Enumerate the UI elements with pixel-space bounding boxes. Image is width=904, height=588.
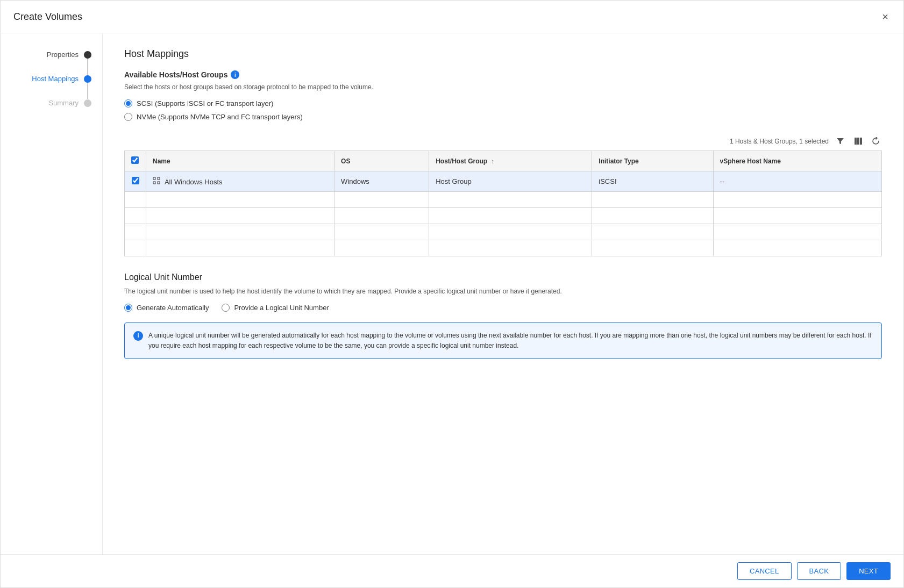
lun-manual-option[interactable]: Provide a Logical Unit Number xyxy=(222,304,329,312)
stepper: Properties Host Mappings Summary xyxy=(32,51,91,107)
table-header-row: Name OS Host/Host Group ↑ Initiator Type xyxy=(125,151,882,171)
table-row[interactable]: All Windows Hosts Windows Host Group iSC… xyxy=(125,171,882,192)
row-checkbox[interactable] xyxy=(132,177,139,184)
table-empty-row-3 xyxy=(125,224,882,240)
lun-auto-label: Generate Automatically xyxy=(137,304,209,312)
nvme-radio[interactable] xyxy=(124,113,132,121)
hosts-table: Name OS Host/Host Group ↑ Initiator Type xyxy=(124,150,882,256)
td-host-group: Host Group xyxy=(429,171,592,192)
svg-rect-0 xyxy=(855,138,857,145)
lun-manual-label: Provide a Logical Unit Number xyxy=(234,304,329,312)
available-hosts-description: Select the hosts or host groups based on… xyxy=(124,82,882,92)
columns-button[interactable] xyxy=(852,136,864,146)
section-title: Host Mappings xyxy=(124,48,882,60)
dialog-title: Create Volumes xyxy=(13,11,82,23)
dialog-container: Create Volumes × Properties Host Mapping… xyxy=(0,0,904,588)
td-name: All Windows Hosts xyxy=(146,171,334,192)
lun-auto-radio[interactable] xyxy=(124,304,132,312)
table-empty-row-4 xyxy=(125,240,882,256)
dialog-header: Create Volumes × xyxy=(1,1,903,33)
th-initiator-type: Initiator Type xyxy=(592,151,713,171)
step-properties-label: Properties xyxy=(47,51,79,59)
next-button[interactable]: NEXT xyxy=(846,562,891,580)
lun-manual-radio[interactable] xyxy=(222,304,230,312)
lun-section: Logical Unit Number The logical unit num… xyxy=(124,273,882,359)
step-properties-dot xyxy=(84,51,91,59)
lun-radio-group: Generate Automatically Provide a Logical… xyxy=(124,304,882,312)
svg-rect-5 xyxy=(153,182,155,184)
td-vsphere-host-name: -- xyxy=(713,171,881,192)
refresh-icon xyxy=(872,137,880,145)
sidebar: Properties Host Mappings Summary xyxy=(1,33,103,554)
protocol-radio-group: SCSI (Supports iSCSI or FC transport lay… xyxy=(124,99,882,121)
filter-button[interactable] xyxy=(834,136,846,146)
step-summary-label: Summary xyxy=(48,99,79,107)
available-hosts-title: Available Hosts/Host Groups i xyxy=(124,70,882,79)
host-group-icon xyxy=(153,177,160,184)
step-connector-2 xyxy=(87,83,88,99)
main-content: Host Mappings Available Hosts/Host Group… xyxy=(103,33,903,554)
lun-description: The logical unit number is used to help … xyxy=(124,286,882,296)
svg-rect-6 xyxy=(158,182,160,184)
sort-icon: ↑ xyxy=(491,158,494,164)
close-button[interactable]: × xyxy=(880,9,891,24)
svg-rect-2 xyxy=(860,138,862,145)
filter-icon xyxy=(836,137,844,145)
nvme-option[interactable]: NVMe (Supports NVMe TCP and FC transport… xyxy=(124,113,882,121)
td-initiator-type: iSCSI xyxy=(592,171,713,192)
scsi-radio[interactable] xyxy=(124,99,132,107)
step-host-mappings-dot xyxy=(84,75,91,83)
th-checkbox xyxy=(125,151,146,171)
svg-rect-4 xyxy=(158,177,160,180)
lun-info-text: A unique logical unit number will be gen… xyxy=(148,331,873,351)
td-checkbox xyxy=(125,171,146,192)
lun-auto-option[interactable]: Generate Automatically xyxy=(124,304,209,312)
step-host-mappings-label: Host Mappings xyxy=(32,75,79,83)
cancel-button[interactable]: CANCEL xyxy=(737,562,792,580)
svg-rect-1 xyxy=(857,138,859,145)
th-name: Name xyxy=(146,151,334,171)
lun-info-icon: i xyxy=(133,331,143,341)
available-hosts-info-icon[interactable]: i xyxy=(231,70,239,79)
dialog-footer: CANCEL BACK NEXT xyxy=(1,554,903,587)
th-host-group[interactable]: Host/Host Group ↑ xyxy=(429,151,592,171)
table-empty-row-1 xyxy=(125,192,882,208)
td-os: Windows xyxy=(334,171,429,192)
lun-info-box: i A unique logical unit number will be g… xyxy=(124,322,882,359)
step-connector-1 xyxy=(87,59,88,75)
table-empty-row-2 xyxy=(125,208,882,224)
scsi-label: SCSI (Supports iSCSI or FC transport lay… xyxy=(137,99,273,107)
svg-rect-3 xyxy=(153,177,155,180)
step-summary-dot xyxy=(84,99,91,107)
step-summary: Summary xyxy=(48,99,91,107)
step-properties: Properties xyxy=(47,51,91,59)
table-selection-text: 1 Hosts & Host Groups, 1 selected xyxy=(730,138,829,145)
th-vsphere-host-name: vSphere Host Name xyxy=(713,151,881,171)
step-host-mappings: Host Mappings xyxy=(32,75,91,83)
scsi-option[interactable]: SCSI (Supports iSCSI or FC transport lay… xyxy=(124,99,882,107)
nvme-label: NVMe (Supports NVMe TCP and FC transport… xyxy=(137,113,303,121)
columns-icon xyxy=(854,137,862,145)
select-all-checkbox[interactable] xyxy=(131,156,139,164)
dialog-body: Properties Host Mappings Summary Host xyxy=(1,33,903,554)
lun-title: Logical Unit Number xyxy=(124,273,882,282)
th-os: OS xyxy=(334,151,429,171)
back-button[interactable]: BACK xyxy=(797,562,842,580)
refresh-button[interactable] xyxy=(870,136,882,146)
table-toolbar: 1 Hosts & Host Groups, 1 selected xyxy=(124,132,882,150)
